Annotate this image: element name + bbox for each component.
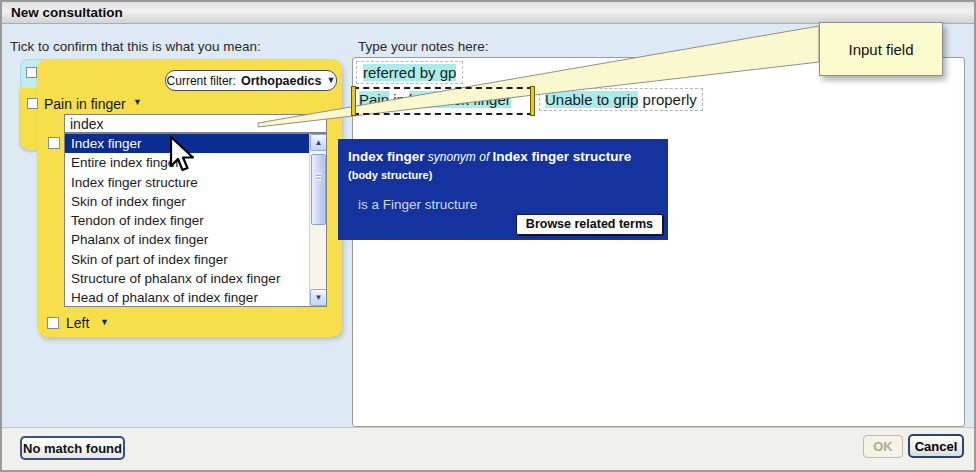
note-phrase-grip[interactable]: Unable to grip properly [539,88,703,111]
list-item[interactable]: Skin of index finger [65,192,309,211]
scrollbar-thumb[interactable] [311,154,326,225]
note-phrase-pain[interactable]: Pain in left index finger [359,91,511,108]
tooltip-relation: synonym of [425,150,493,164]
caret-down-icon: ▼ [327,76,336,85]
selected-item-checkbox[interactable] [48,137,60,149]
list-scrollbar[interactable]: ▲ ▼ [309,134,326,306]
browse-related-terms-button[interactable]: Browse related terms [516,214,663,235]
left-checkbox[interactable] [47,317,59,329]
notes-instruction-label: Type your notes here: [358,39,489,54]
background-term-checkbox[interactable] [26,67,37,78]
term-list: Index fingerEntire index fingerIndex fin… [65,134,309,307]
pain-in-finger-checkbox[interactable] [27,98,38,109]
scroll-up-icon[interactable]: ▲ [310,134,327,151]
input-field-callout: Input field [819,22,943,76]
pain-in-finger-label[interactable]: Pain in finger [44,96,126,112]
list-item[interactable]: Index finger structure [65,173,309,192]
left-label[interactable]: Left [66,315,89,331]
list-item[interactable]: Structure of phalanx of index finger [65,269,309,288]
confirm-instruction-label: Tick to confirm that this is what you me… [10,39,261,54]
footer-bar [2,427,974,472]
tooltip-qualifier: (body structure) [348,169,432,181]
list-item[interactable]: Phalanx of index finger [65,230,309,249]
dialog-titlebar: New consultation [2,2,974,24]
ok-button[interactable]: OK [863,435,903,458]
no-match-found-button[interactable]: No match found [20,436,125,460]
term-listbox: Index fingerEntire index fingerIndex fin… [64,133,327,307]
caret-down-icon[interactable]: ▼ [100,318,109,327]
notes-editor[interactable] [352,57,965,427]
tooltip-is-a: is a Finger structure [358,197,658,212]
list-item[interactable]: Head of phalanx of index finger [65,288,309,307]
term-search-input[interactable] [64,114,327,133]
cancel-button[interactable]: Cancel [908,434,964,458]
list-item[interactable]: Entire index finger [65,153,309,172]
list-item[interactable]: Skin of part of index finger [65,250,309,269]
list-item[interactable]: Index finger [65,134,309,153]
tooltip-target: Index finger structure [493,149,632,164]
current-filter-dropdown[interactable]: Current filter: Orthopaedics ▼ [165,70,337,91]
tooltip-term: Index finger [348,149,425,164]
scroll-down-icon[interactable]: ▼ [310,289,327,306]
synonym-tooltip: Index finger synonym of Index finger str… [338,139,668,240]
note-phrase-referred[interactable]: referred by gp [356,61,463,84]
dialog-title: New consultation [11,5,123,20]
caret-down-icon[interactable]: ▼ [133,98,142,107]
list-item[interactable]: Tendon of index finger [65,211,309,230]
new-consultation-dialog: New consultation Tick to confirm that th… [0,0,976,472]
